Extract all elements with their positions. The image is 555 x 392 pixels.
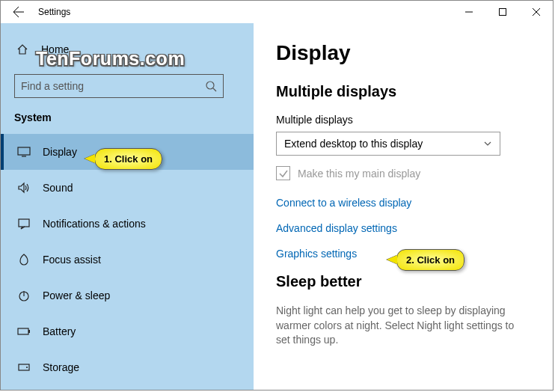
storage-icon — [17, 361, 31, 374]
annotation-callout-1: 1. Click on — [94, 148, 162, 170]
search-icon — [205, 80, 217, 92]
sleep-better-description: Night light can help you get to sleep by… — [276, 304, 530, 348]
sidebar-category: System — [14, 111, 254, 123]
back-button[interactable] — [1, 1, 37, 23]
sidebar-item-storage[interactable]: Storage — [1, 349, 254, 385]
multiple-displays-dropdown[interactable]: Extend desktop to this display — [276, 132, 500, 156]
back-arrow-icon — [13, 6, 25, 18]
svg-rect-3 — [19, 219, 29, 227]
close-icon — [533, 8, 540, 16]
svg-rect-0 — [499, 9, 506, 16]
sidebar-item-label: Sound — [43, 182, 73, 194]
sidebar: Home System Display — [1, 23, 254, 390]
minimize-button[interactable] — [452, 1, 485, 23]
sidebar-item-label: Focus assist — [43, 254, 101, 266]
maximize-icon — [499, 8, 506, 16]
main-content: Display Multiple displays Multiple displ… — [254, 23, 553, 390]
svg-rect-2 — [18, 147, 30, 155]
sidebar-item-power-sleep[interactable]: Power & sleep — [1, 278, 254, 313]
chevron-down-icon — [483, 139, 492, 148]
focus-assist-icon — [17, 253, 31, 266]
sidebar-item-label: Display — [43, 146, 77, 158]
sidebar-item-sound[interactable]: Sound — [1, 170, 254, 206]
window-title: Settings — [37, 1, 70, 23]
section-heading-multiple-displays: Multiple displays — [276, 83, 530, 100]
power-icon — [17, 289, 31, 302]
nav-home[interactable]: Home — [14, 37, 254, 62]
display-icon — [17, 145, 31, 159]
settings-window: Settings Home System — [0, 0, 554, 391]
notifications-icon — [17, 217, 31, 230]
svg-rect-5 — [18, 328, 28, 334]
svg-rect-6 — [28, 330, 30, 333]
home-icon — [16, 43, 29, 56]
checkbox-label: Make this my main display — [298, 168, 420, 180]
annotation-callout-2: 2. Click on — [396, 249, 464, 271]
link-advanced-display[interactable]: Advanced display settings — [276, 222, 530, 234]
minimize-icon — [465, 8, 473, 16]
sidebar-item-notifications[interactable]: Notifications & actions — [1, 206, 254, 242]
checkbox-icon — [276, 166, 290, 180]
link-wireless-display[interactable]: Connect to a wireless display — [276, 197, 530, 209]
svg-point-1 — [206, 82, 214, 89]
maximize-button[interactable] — [485, 1, 519, 23]
sidebar-item-label: Storage — [43, 361, 79, 373]
search-input[interactable] — [21, 80, 205, 92]
close-button[interactable] — [519, 1, 553, 23]
svg-point-8 — [26, 367, 28, 368]
nav-home-label: Home — [41, 43, 69, 55]
battery-icon — [17, 325, 31, 338]
sidebar-item-label: Notifications & actions — [43, 218, 146, 230]
main-display-checkbox: Make this my main display — [276, 166, 530, 180]
dropdown-label: Multiple displays — [276, 114, 530, 126]
section-heading-sleep-better: Sleep better — [276, 273, 530, 290]
titlebar: Settings — [1, 1, 553, 23]
sidebar-item-label: Battery — [43, 325, 76, 337]
sidebar-item-battery[interactable]: Battery — [1, 313, 254, 349]
dropdown-value: Extend desktop to this display — [284, 138, 483, 150]
sidebar-item-label: Power & sleep — [43, 290, 110, 301]
page-title: Display — [276, 41, 530, 65]
sound-icon — [17, 181, 31, 195]
sidebar-item-focus-assist[interactable]: Focus assist — [1, 242, 254, 278]
search-box[interactable] — [14, 74, 224, 98]
